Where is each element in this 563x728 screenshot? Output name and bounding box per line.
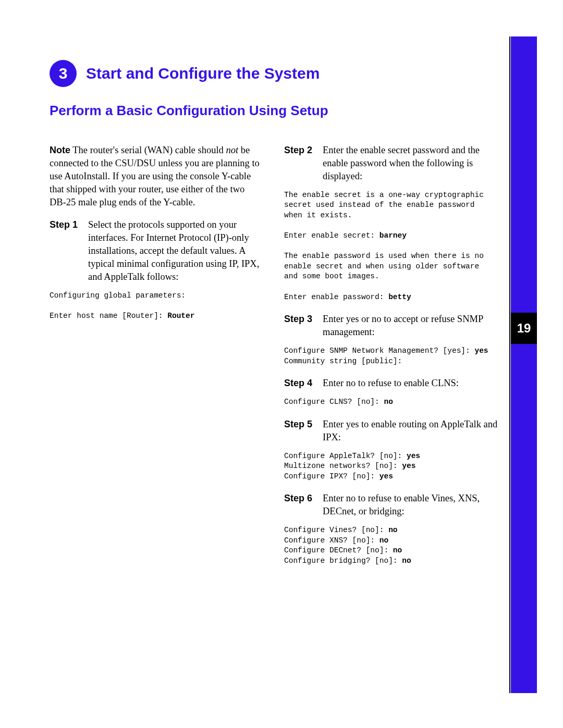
subsection-title: Perform a Basic Configuration Using Setu… xyxy=(50,103,503,119)
step-5-label: Step 5 xyxy=(284,418,315,444)
step-5-text: Enter yes to enable routing on AppleTalk… xyxy=(323,418,498,444)
cli-block-2: The enable secret is a one-way cryptogra… xyxy=(284,190,498,302)
cli-block-3: Configure SNMP Network Management? [yes]… xyxy=(284,346,498,366)
cli-prompt: Enter enable password: xyxy=(284,293,388,301)
cli-user-input: yes xyxy=(380,472,393,480)
content-area: 3 Start and Configure the System Perform… xyxy=(50,60,503,577)
cli-block-4: Configure CLNS? [no]: no xyxy=(284,397,498,408)
cli-prompt: Configure SNMP Network Management? [yes]… xyxy=(284,347,474,355)
cli-line: The enable secret is a one-way cryptogra… xyxy=(284,191,484,219)
cli-prompt: Configure DECnet? [no]: xyxy=(284,546,393,554)
step-2-text: Enter the enable secret password and the… xyxy=(323,144,498,183)
step-2-label: Step 2 xyxy=(284,144,315,183)
step-6-label: Step 6 xyxy=(284,492,315,518)
step-3-label: Step 3 xyxy=(284,313,315,339)
cli-prompt: Multizone networks? [no]: xyxy=(284,462,402,470)
cli-user-input: yes xyxy=(474,347,488,355)
step-6-text: Enter no to refuse to enable Vines, XNS,… xyxy=(323,492,498,518)
cli-prompt: Enter enable secret: xyxy=(284,231,380,240)
right-column: Step 2 Enter the enable secret password … xyxy=(284,144,498,577)
cli-prompt: Configure XNS? [no]: xyxy=(284,536,380,545)
section-number-badge: 3 xyxy=(50,60,77,87)
left-column: Note The router's serial (WAN) cable sho… xyxy=(50,144,263,577)
cli-prompt: Enter host name [Router]: xyxy=(50,312,167,320)
step-2: Step 2 Enter the enable secret password … xyxy=(284,144,498,183)
cli-user-input: barney xyxy=(380,231,407,240)
cli-user-input: no xyxy=(388,526,397,534)
step-4: Step 4 Enter no to refuse to enable CLNS… xyxy=(284,377,498,390)
cli-user-input: yes xyxy=(407,452,420,460)
cli-user-input: betty xyxy=(388,293,411,301)
cli-user-input: Router xyxy=(167,312,194,320)
cli-prompt: Configure AppleTalk? [no]: xyxy=(284,452,407,460)
two-column-layout: Note The router's serial (WAN) cable sho… xyxy=(50,144,503,577)
cli-prompt: Configure bridging? [no]: xyxy=(284,557,402,565)
cli-user-input: no xyxy=(402,557,411,565)
cli-line: Configuring global parameters: xyxy=(50,291,186,300)
vertical-rule xyxy=(509,36,510,693)
step-1-text: Select the protocols supported on your i… xyxy=(88,218,263,283)
cli-block-5: Configure AppleTalk? [no]: yes Multizone… xyxy=(284,451,498,482)
cli-line: The enable password is used when there i… xyxy=(284,252,484,280)
step-1: Step 1 Select the protocols supported on… xyxy=(50,218,263,283)
note-label: Note xyxy=(50,145,70,155)
step-4-text: Enter no to refuse to enable CLNS: xyxy=(323,377,459,390)
note-text-pre: The router's serial (WAN) cable should xyxy=(72,145,226,155)
step-3-text: Enter yes or no to accept or refuse SNMP… xyxy=(323,313,498,339)
step-3: Step 3 Enter yes or no to accept or refu… xyxy=(284,313,498,339)
section-heading: 3 Start and Configure the System xyxy=(50,60,503,87)
step-6: Step 6 Enter no to refuse to enable Vine… xyxy=(284,492,498,518)
cli-user-input: no xyxy=(380,536,388,545)
step-5: Step 5 Enter yes to enable routing on Ap… xyxy=(284,418,498,444)
step-4-label: Step 4 xyxy=(284,377,315,390)
section-title: Start and Configure the System xyxy=(86,65,320,82)
page-number-tab: 19 xyxy=(511,313,537,344)
cli-prompt: Configure CLNS? [no]: xyxy=(284,398,384,406)
cli-user-input: yes xyxy=(402,462,415,470)
section-number: 3 xyxy=(59,65,68,82)
page-number: 19 xyxy=(517,321,531,336)
cli-user-input: no xyxy=(384,398,393,406)
cli-line: Community string [public]: xyxy=(284,357,402,365)
note-paragraph: Note The router's serial (WAN) cable sho… xyxy=(50,144,263,209)
page: 19 3 Start and Configure the System Perf… xyxy=(0,0,563,728)
cli-prompt: Configure Vines? [no]: xyxy=(284,526,388,534)
cli-prompt: Configure IPX? [no]: xyxy=(284,472,380,480)
step-1-label: Step 1 xyxy=(50,218,81,283)
cli-block-6: Configure Vines? [no]: no Configure XNS?… xyxy=(284,525,498,566)
note-text-em: not xyxy=(226,145,238,155)
cli-user-input: no xyxy=(393,546,402,554)
cli-block-1: Configuring global parameters: Enter hos… xyxy=(50,291,263,322)
side-blue-bar xyxy=(511,36,537,693)
